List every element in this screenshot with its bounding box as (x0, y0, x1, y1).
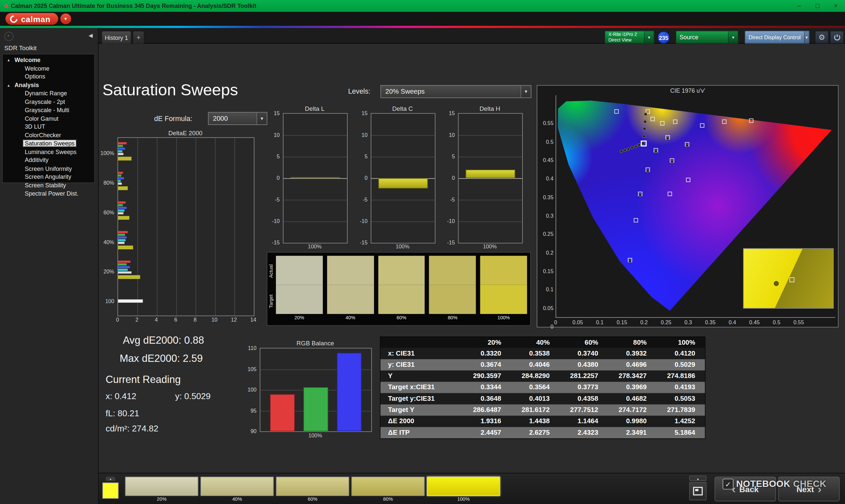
pattern-window-button[interactable] (689, 482, 706, 500)
calman-logo[interactable]: calman (5, 13, 58, 25)
swatch-level-label: 20% (276, 314, 323, 322)
gridline (458, 200, 522, 200)
gridline (196, 138, 196, 316)
target-swatch (378, 285, 425, 314)
target-square (614, 109, 618, 113)
table-cell: 0.4696 (607, 359, 655, 371)
sidebar-item-color-gamut[interactable]: Color Gamut (3, 114, 94, 123)
sidebar-item-additivity[interactable]: Additivity (3, 156, 94, 164)
level-button-20[interactable]: 20% (125, 476, 198, 502)
sidebar-item-saturation-sweeps[interactable]: Saturation Sweeps (3, 140, 94, 148)
calman-menu-button[interactable]: ▾ (60, 14, 71, 24)
display-control-dropdown[interactable]: Direct Display Control ▾ (745, 31, 809, 43)
table-column-header: 60% (558, 337, 607, 348)
sidebar-item-dynamic-range[interactable]: Dynamic Range (3, 89, 94, 97)
actual-swatch (327, 256, 374, 285)
levels-dropdown[interactable]: 20% Sweeps ▼ (381, 85, 531, 98)
sidebar-collapse-button[interactable]: ◀ (88, 32, 93, 38)
back-button[interactable]: ‹ Back (715, 476, 776, 501)
source-dropdown[interactable]: Source ▾ (676, 31, 738, 43)
tree-section-welcome[interactable]: ▴Welcome (3, 56, 94, 64)
table-cell: 0.4380 (558, 359, 607, 371)
axis-tick-label: 5 (277, 154, 280, 159)
table-cell: 1.4438 (510, 416, 558, 427)
delta-e-bar (118, 275, 140, 279)
table-cell: 0.4358 (558, 393, 607, 404)
delta-bar (466, 169, 515, 178)
level-button-40[interactable]: 40% (200, 476, 274, 502)
delta-e-x-axis: 02468101214 (118, 317, 253, 323)
swatch-level-label: 60% (378, 314, 425, 322)
gridline (371, 200, 435, 200)
tree-section-analysis[interactable]: ▴Analysis (3, 81, 94, 89)
row-label: x: CIE31 (381, 348, 461, 359)
rgb-balance-title: RGB Balance (260, 340, 371, 346)
level-button-60[interactable]: 60% (276, 476, 349, 502)
minimize-button[interactable]: – (790, 0, 808, 12)
level-buttons: 20%40%60%80%100% (125, 476, 503, 502)
axis-tick-label: 0.1 (594, 319, 606, 325)
axis-tick-label: 20% (103, 269, 114, 274)
sidebar-item-3d-lut[interactable]: 3D LUT (3, 123, 94, 131)
sidebar-item-screen-stability[interactable]: Screen Stability (3, 181, 94, 189)
delta-e-bar (118, 266, 130, 269)
target-swatch (276, 285, 323, 314)
close-button[interactable]: × (827, 0, 845, 12)
delta-e-bar (118, 182, 122, 185)
sidebar-item-colorchecker[interactable]: ColorChecker (3, 131, 94, 140)
sidebar-item-luminance-sweeps[interactable]: Luminance Sweeps (3, 148, 94, 156)
axis-tick-label: 15 (362, 110, 367, 116)
level-button-100[interactable]: 100% (427, 476, 500, 502)
axis-tick-label: -10 (447, 218, 455, 224)
source-text: Source (680, 34, 725, 40)
tab-history-1[interactable]: History 1 (101, 31, 131, 43)
delta-h-category: 100% (458, 244, 522, 249)
next-label: Next (796, 485, 814, 494)
window-icon (693, 487, 703, 496)
display-control-text: Direct Display Control (749, 34, 801, 40)
sidebar-item-options[interactable]: Options (3, 73, 94, 81)
gridline (284, 178, 347, 179)
delta-l-category: 100% (283, 244, 347, 249)
de-formula-dropdown[interactable]: 2000 ▼ (208, 112, 267, 125)
sidebar-info-icon[interactable] (4, 32, 14, 41)
sidebar-item-screen-angularity[interactable]: Screen Angularity (3, 173, 94, 181)
app-window: ♦ Calman 2025 Calman Ultimate for Busine… (0, 0, 845, 504)
gridline (371, 157, 435, 157)
axis-tick-label: 10 (362, 132, 367, 138)
axis-tick-label: 0.55 (543, 120, 553, 126)
power-button[interactable] (830, 31, 844, 43)
delta-e-bar (118, 207, 127, 209)
source-label: Source (676, 31, 728, 43)
sidebar-item-grayscale-multi[interactable]: Grayscale - Multi (3, 106, 94, 114)
delta-e-bar (118, 263, 127, 266)
tab-add-button[interactable]: + (133, 31, 145, 43)
table-cell: 0.3344 (461, 382, 510, 393)
reading-x: x: 0.412 (106, 392, 136, 401)
sidebar-item-welcome[interactable]: Welcome (3, 64, 94, 73)
delta-bar (291, 177, 340, 178)
level-button-80[interactable]: 80% (351, 476, 424, 502)
sidebar-item-spectral-power-dist[interactable]: Spectral Power Dist. (3, 190, 94, 198)
table-cell: 0.3674 (461, 359, 510, 371)
nav-panel-toggle[interactable]: ▴ (689, 475, 706, 481)
chevron-down-icon: ▾ (644, 31, 654, 43)
axis-tick-label: 0.35 (543, 194, 553, 200)
maximize-button[interactable]: □ (808, 0, 827, 12)
meter-name: X-Rite i1Pro 2 (608, 32, 641, 37)
meter-dropdown[interactable]: X-Rite i1Pro 2 Direct View ▾ (605, 31, 654, 43)
next-button[interactable]: Next › (778, 476, 840, 501)
level-swatch (125, 476, 198, 496)
delta-e-bar (118, 175, 122, 177)
axis-tick-label: 95 (250, 407, 257, 413)
axis-tick-label: 100% (100, 150, 114, 156)
target-square (700, 123, 704, 127)
sidebar-item-grayscale-2pt[interactable]: Grayscale - 2pt (3, 97, 94, 106)
swatch-panel-toggle[interactable]: ▴ (106, 476, 115, 481)
settings-button[interactable]: ⚙ (815, 31, 829, 43)
expander-icon[interactable]: ▴ (7, 56, 10, 64)
expander-icon[interactable]: ▴ (7, 81, 10, 89)
sidebar-item-screen-uniformity[interactable]: Screen Uniformity (3, 165, 94, 173)
cie-diagram-panel: CIE 1976 u'v' 00.050.10.150.20.250.30.35… (537, 85, 839, 327)
delta-e-bar (118, 201, 126, 204)
